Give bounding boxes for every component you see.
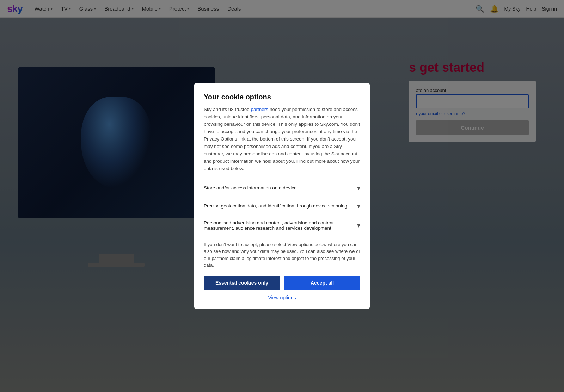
view-options-link[interactable]: View options xyxy=(204,295,360,300)
cookie-modal: Your cookie options Sky and its 98 trust… xyxy=(194,83,370,309)
cookie-section-geo[interactable]: Precise geolocation data, and identifica… xyxy=(204,197,360,215)
cookie-body: Sky and its 98 trusted partners need you… xyxy=(204,106,360,172)
cookie-section-store-label: Store and/or access information on a dev… xyxy=(204,185,357,191)
chevron-down-icon-store: ▾ xyxy=(357,184,360,192)
cookie-title: Your cookie options xyxy=(204,93,360,101)
cookie-section-ads-label: Personalised advertising and content, ad… xyxy=(204,220,357,231)
modal-overlay: Your cookie options Sky and its 98 trust… xyxy=(0,0,564,392)
cookie-note: If you don't want to accept, please sele… xyxy=(204,241,360,269)
partners-link[interactable]: partners xyxy=(251,107,269,112)
cookie-section-store[interactable]: Store and/or access information on a dev… xyxy=(204,179,360,197)
essential-cookies-button[interactable]: Essential cookies only xyxy=(204,276,280,290)
cookie-buttons: Essential cookies only Accept all xyxy=(204,276,360,290)
chevron-down-icon-ads: ▾ xyxy=(357,222,360,229)
cookie-section-ads[interactable]: Personalised advertising and content, ad… xyxy=(204,215,360,236)
chevron-down-icon-geo: ▾ xyxy=(357,202,360,210)
cookie-section-geo-label: Precise geolocation data, and identifica… xyxy=(204,203,357,209)
accept-all-button[interactable]: Accept all xyxy=(284,276,360,290)
